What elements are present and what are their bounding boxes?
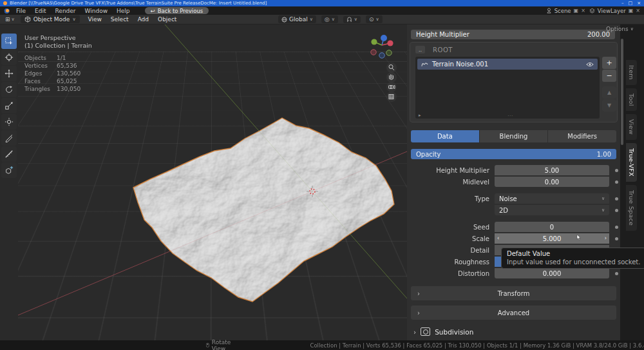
tab-blending[interactable]: Blending [480,130,548,142]
tool-move[interactable] [1,66,17,81]
tool-select-box[interactable] [1,34,17,49]
menu-view[interactable]: View [84,16,106,23]
orientation-dropdown[interactable]: Global ∨ [278,15,316,23]
subdivision-panel-header[interactable]: › Subdivision [413,327,473,336]
navigation-gizmo[interactable] [371,35,393,58]
layer-list-item[interactable]: Terrain Noise.001 [417,59,598,70]
collection-label: (1) Collection | Terrain [24,42,92,50]
terrain-mesh-object[interactable] [133,118,394,302]
tool-cursor[interactable] [1,50,17,65]
decorator-dot[interactable] [615,226,618,229]
filter-expand-icon[interactable]: ▸ [419,113,421,118]
proportional-editing-toggle[interactable]: ⊙ ∨ [366,15,383,23]
scale-label: Scale [407,235,489,242]
tool-measure[interactable] [1,146,17,162]
opacity-slider[interactable]: Opacity 1.00 [411,149,616,159]
axis-z-neg-ball[interactable] [379,53,384,58]
eye-icon[interactable] [586,62,594,67]
tab-item[interactable]: Item [626,60,637,85]
transform-panel-header[interactable]: › Transform [411,286,616,300]
options-dropdown[interactable]: Options ∨ [606,26,634,32]
axis-y-neg-ball[interactable] [386,50,392,55]
new-viewlayer-icon[interactable]: ▣ [629,8,634,14]
new-scene-icon[interactable]: ▣ [574,8,579,14]
distortion-field[interactable]: 0.000 [495,268,609,278]
decorator-dot[interactable] [615,237,618,240]
statusbar-stats: Collection | Terrain | Verts 65,536 | Fa… [310,342,644,349]
axis-y-ball[interactable] [371,39,377,44]
blender-app-icon[interactable] [4,8,10,14]
perspective-toggle-button[interactable] [386,92,397,102]
scale-field[interactable]: ‹ 5.000 › [495,233,609,244]
chevron-down-icon: ∨ [630,26,634,32]
viewlayer-selector[interactable]: ViewLayer ▣ × [589,8,640,14]
height-multiplier-top-slider[interactable]: Height Multiplier 200.00 [411,30,615,39]
camera-view-button[interactable] [386,82,397,92]
menu-object[interactable]: Object [153,16,181,23]
maximize-button[interactable]: □ [629,1,633,6]
editor-type-button[interactable]: ⊞ ∨ [3,16,17,23]
window-titlebar[interactable]: Blender [\\TrueNAS\Google Drive True VFX… [0,0,644,6]
noise-curve-icon [421,61,428,68]
tool-annotate[interactable] [1,130,17,146]
tooltip-title: Default Value [507,249,640,258]
scene-selector[interactable]: Scene ▣ × [546,8,585,14]
decorator-dot[interactable] [615,272,618,275]
tab-tool[interactable]: Tool [626,88,637,112]
layer-list[interactable]: Terrain Noise.001 ▸ ⋯ [415,57,600,119]
pan-hand-button[interactable] [386,72,397,83]
height-multiplier-field[interactable]: 5.00 [495,165,609,175]
unlink-scene-icon[interactable]: × [581,8,585,14]
increment-arrow-icon[interactable]: › [605,235,607,241]
menu-window[interactable]: Window [80,8,113,14]
axis-z-ball[interactable] [381,35,387,41]
move-layer-down-button[interactable]: ▼ [602,99,616,112]
decrement-arrow-icon[interactable]: ‹ [497,235,499,241]
zoom-button[interactable] [386,63,397,73]
back-to-previous-button[interactable]: ↩ Back to Previous [145,7,209,14]
tool-rotate[interactable] [1,82,17,97]
axis-x-neg-ball[interactable] [371,50,376,55]
axis-x-ball[interactable] [387,40,393,46]
tool-transform[interactable] [1,114,17,130]
add-layer-button[interactable]: + [602,57,616,69]
midlevel-field[interactable]: 0.00 [495,177,609,187]
decorator-dot[interactable] [615,169,618,172]
menu-select[interactable]: Select [106,16,133,23]
decorator-dot[interactable] [615,180,618,184]
sidebar-scrollbar[interactable] [621,39,623,145]
tab-modifiers[interactable]: Modifiers [548,130,616,142]
resize-grip[interactable]: ⋯ [507,113,513,119]
close-button[interactable]: × [637,1,641,6]
tab-view[interactable]: View [626,114,637,140]
remove-viewlayer-icon[interactable]: × [636,8,640,14]
menu-file[interactable]: File [12,8,30,14]
decorator-dot[interactable] [615,197,618,200]
menu-help[interactable]: Help [112,8,135,14]
mode-dropdown[interactable]: Object Mode ∨ [21,15,80,23]
decorator-dot[interactable] [615,209,618,212]
menu-add[interactable]: Add [133,16,153,23]
tooltip-body: Input value used for unconnected socket. [507,258,640,266]
tool-scale[interactable] [1,98,17,113]
pivot-point-dropdown[interactable]: ◎ ∨ [321,15,338,23]
snap-toggle[interactable]: ∨ [343,16,361,23]
sidebar-tab-strip: Item Tool View True-VFX True Space [620,24,644,340]
tab-true-space[interactable]: True Space [626,185,637,231]
menu-render[interactable]: Render [51,8,80,14]
tab-true-vfx[interactable]: True-VFX [626,143,637,182]
layer-up-button[interactable]: .. [415,46,425,53]
tool-add-cube[interactable] [1,162,17,178]
type-dropdown[interactable]: Noise ∨ [495,193,609,204]
advanced-panel-header[interactable]: › Advanced [411,306,616,320]
viewport-3d[interactable]: User Perspective (1) Collection | Terrai… [18,24,407,340]
menu-edit[interactable]: Edit [30,8,50,14]
chevron-down-icon: ∨ [601,208,605,213]
remove-layer-button[interactable]: − [602,70,616,82]
minimize-button[interactable]: – [621,1,624,6]
seed-field[interactable]: 0 [495,222,609,232]
tab-data[interactable]: Data [411,130,479,142]
move-layer-up-button[interactable]: ▲ [602,86,616,99]
dimensions-dropdown[interactable]: 2D ∨ [495,205,609,215]
back-icon: ↩ [151,8,155,14]
